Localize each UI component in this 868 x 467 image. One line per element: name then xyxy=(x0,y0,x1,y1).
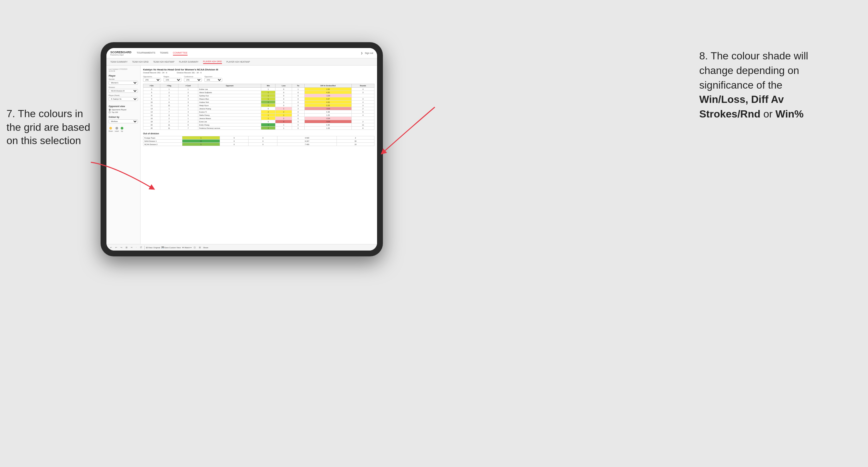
toolbar-timer[interactable]: ⏱ xyxy=(139,246,143,249)
td-reg: 11 xyxy=(160,127,178,130)
radio-dot-top100 xyxy=(109,111,111,113)
colour-by-select[interactable]: Win/loss xyxy=(109,119,138,123)
td-win: 1 xyxy=(261,117,276,120)
annotation-right-text: 8. The colour shade will change dependin… xyxy=(699,50,808,91)
division-select[interactable]: NCAA Division III xyxy=(109,89,138,93)
filter-opponents-select[interactable]: (All) xyxy=(143,78,161,82)
td-conf: 7 xyxy=(178,127,198,130)
td-loss: 1 xyxy=(276,127,292,130)
td-tie: 0 xyxy=(292,91,304,94)
toolbar-grid[interactable]: ⊞ xyxy=(125,246,128,249)
td-rounds: 30 xyxy=(337,139,374,143)
td-loss: 0 xyxy=(220,136,249,139)
td-loss: 0 xyxy=(276,97,292,101)
subnav-team-h2h-grid[interactable]: TEAM H2H GRID xyxy=(132,60,149,64)
radio-label-top100: Top 100 xyxy=(112,111,118,113)
toolbar-undo2[interactable]: ↩ xyxy=(114,246,118,249)
td-win: 1 xyxy=(261,91,276,94)
subnav-player-h2h-heatmap[interactable]: PLAYER H2H HEATMAP xyxy=(226,60,250,64)
radio-top100[interactable]: Top 100 xyxy=(109,111,138,113)
td-rounds: 2 xyxy=(337,136,374,139)
td-reg: 7 xyxy=(160,110,178,114)
nav-committee[interactable]: COMMITTEE xyxy=(173,51,188,56)
td-rounds: 9 xyxy=(352,110,374,114)
annotation-bold2: Win% xyxy=(776,108,804,120)
td-rounds xyxy=(352,94,374,97)
td-diff: 9.267 xyxy=(277,139,337,143)
filter-opponents-label: Opponents: xyxy=(143,75,161,77)
filter-conference-select[interactable]: (All) xyxy=(184,78,202,82)
toolbar-watch[interactable]: 👁 Watch ▾ xyxy=(182,246,191,249)
td-tie: 0 xyxy=(249,143,277,146)
td-opponent: Sydney Kuo xyxy=(198,94,261,97)
subnav-player-summary[interactable]: PLAYER SUMMARY xyxy=(179,60,198,64)
th-opponent: Opponent xyxy=(198,84,261,88)
td-rounds xyxy=(352,117,374,120)
nav-links: TOURNAMENTS TEAMS COMMITTEE xyxy=(136,51,361,56)
td-div: 16 xyxy=(144,117,160,120)
logo: SCOREBOARD Powered by clippd xyxy=(110,51,131,56)
subnav-team-summary[interactable]: TEAM SUMMARY xyxy=(110,60,127,64)
filter-opponent: Opponent (All) xyxy=(205,75,222,82)
toolbar-redo[interactable]: ↪ xyxy=(119,246,123,249)
toolbar-layout1[interactable]: ⊡ xyxy=(193,246,197,249)
td-win: 1 xyxy=(261,104,276,107)
td-div: 20 xyxy=(144,123,160,127)
toolbar-share[interactable]: Share xyxy=(203,247,208,249)
td-div: 11 xyxy=(144,104,160,107)
td-rounds: 3 xyxy=(352,91,374,94)
table-row: 13 1 1 Jessica Huang 0 1 2 -3.00 2 xyxy=(144,107,374,110)
subnav-player-h2h-grid[interactable]: PLAYER H2H GRID xyxy=(203,60,222,64)
td-reg: 11 xyxy=(160,123,178,127)
toolbar-more[interactable]: · xyxy=(135,246,137,249)
table-row: 20 11 7 Federica Domecq Lacroze 2 1 0 1.… xyxy=(144,127,374,130)
toolbar-layout2[interactable]: ⊞ xyxy=(198,246,202,249)
th-rounds: Rounds xyxy=(352,84,374,88)
td-div: 9 xyxy=(144,97,160,101)
td-tie: 0 xyxy=(292,123,304,127)
player-rank-select[interactable]: 8. Katelyn Vo xyxy=(109,97,138,101)
logo-sub: Powered by clippd xyxy=(110,54,131,56)
table-row: 15 8 5 Stella Cheng 1 1 0 1.25 4 xyxy=(144,114,374,117)
out-of-division-title: Out of division xyxy=(143,132,374,135)
gender-select[interactable]: Women's xyxy=(109,81,138,85)
radio-dot-opponents xyxy=(109,109,111,111)
td-tie: 0 xyxy=(292,120,304,123)
td-div: 14 xyxy=(144,110,160,114)
nav-tournaments[interactable]: TOURNAMENTS xyxy=(136,51,155,56)
nav-sign-out[interactable]: Sign out xyxy=(365,52,373,54)
radio-opponents-played[interactable]: Opponents Played xyxy=(109,109,138,111)
toolbar-undo[interactable]: ↩ xyxy=(109,246,113,249)
annotation-left: 7. The colours in the grid are based on … xyxy=(6,107,91,148)
filter-opponent-select[interactable]: (All) xyxy=(205,78,222,82)
td-tie: 1 xyxy=(292,88,304,91)
td-loss: 0 xyxy=(220,143,249,146)
td-loss: 3 xyxy=(276,120,292,123)
out-of-division-table: Foreign Team 1 0 0 4.500 2 NAIA Division… xyxy=(143,136,374,146)
td-win: 1 xyxy=(261,88,276,91)
toolbar-cut[interactable]: ✂ xyxy=(130,246,134,249)
radio-group: Opponents Played Top 100 xyxy=(109,109,138,113)
filter-region-select[interactable]: (All) xyxy=(163,78,181,82)
table-row: 6 3 3 Sydney Kuo 1 0 0 -1.00 xyxy=(144,94,374,97)
td-div: 13 xyxy=(144,107,160,110)
table-row: 5 2 2 Alexis Sudjianto 1 0 0 4.00 3 xyxy=(144,91,374,94)
td-loss: 0 xyxy=(276,91,292,94)
td-diff: 0.30 xyxy=(304,123,352,127)
player-rank-label: Player (Rank) xyxy=(109,94,138,96)
td-win: 1 xyxy=(261,94,276,97)
nav-teams[interactable]: TEAMS xyxy=(160,51,168,56)
td-win: 4 xyxy=(261,123,276,127)
legend-down: Down xyxy=(109,127,113,132)
subnav-team-h2h-heatmap[interactable]: TEAM H2H HEATMAP xyxy=(153,60,175,64)
td-diff: 4.500 xyxy=(277,136,337,139)
arrow-left xyxy=(88,159,169,198)
player-section-title: Player xyxy=(109,75,138,77)
td-div: 6 xyxy=(144,94,160,97)
overall-record-value: 353 - 34 - 6 xyxy=(157,72,167,74)
toolbar-view-original[interactable]: ⊞ View: Original xyxy=(146,246,160,249)
table-row: 9 1 4 Sharon Mun 1 0 0 3.67 3 xyxy=(144,97,374,101)
td-win: 2 xyxy=(261,127,276,130)
td-conf: 2 xyxy=(178,120,198,123)
toolbar-save-custom[interactable]: 💾 Save Custom View xyxy=(162,246,181,249)
